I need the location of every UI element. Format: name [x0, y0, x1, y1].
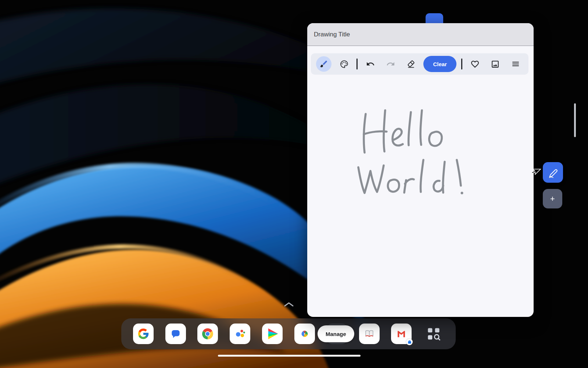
image-icon: [491, 60, 500, 69]
drawing-app-window: Drawing Title: [307, 23, 534, 317]
undo-icon: [366, 60, 375, 68]
stylus-tools-button[interactable]: [543, 162, 563, 183]
assistant-icon: [234, 328, 246, 340]
dock-app-play-store[interactable]: [262, 324, 283, 344]
heart-icon: [470, 60, 480, 69]
insert-image-button[interactable]: [488, 56, 503, 72]
overflow-menu-button[interactable]: [508, 56, 523, 72]
dock-app-assistant[interactable]: [230, 324, 250, 344]
clear-button[interactable]: Clear: [423, 56, 456, 72]
briefcase-icon: [408, 340, 412, 344]
dock-app-messages[interactable]: [165, 324, 186, 344]
manage-button[interactable]: Manage: [318, 325, 354, 342]
taskbar-dock: Manage: [121, 318, 456, 349]
gesture-navigation-bar[interactable]: [218, 355, 361, 357]
favorite-button[interactable]: [467, 56, 483, 72]
window-titlebar[interactable]: Drawing Title: [307, 23, 534, 46]
google-logo-icon: [137, 328, 150, 340]
drawing-canvas[interactable]: [307, 75, 534, 317]
undo-button[interactable]: [363, 56, 378, 72]
dock-app-drawer[interactable]: [423, 324, 444, 344]
brush-icon: [319, 60, 328, 68]
pen-icon: [547, 166, 559, 179]
chevron-up-icon: [284, 301, 294, 307]
dock-app-photos[interactable]: [294, 324, 315, 344]
dock-expand-button[interactable]: [284, 301, 294, 308]
gmail-icon: [395, 328, 408, 340]
palette-icon: [340, 60, 349, 69]
messages-icon: [169, 328, 182, 340]
scroll-indicator: [574, 103, 576, 137]
book-icon: [363, 328, 376, 340]
plus-icon: +: [550, 194, 555, 204]
dock-app-google[interactable]: [133, 324, 154, 344]
drawing-toolbar: Clear: [311, 53, 528, 75]
eraser-button[interactable]: [403, 56, 419, 72]
window-title: Drawing Title: [314, 31, 350, 38]
work-profile-badge: [406, 339, 413, 345]
toolbar-divider: [461, 58, 462, 69]
chrome-icon: [201, 327, 214, 340]
play-store-icon: [268, 328, 278, 339]
toolbar-divider: [356, 58, 358, 69]
photos-icon: [298, 328, 311, 340]
desktop: Drawing Title: [0, 0, 588, 368]
app-drawer-search-icon: [426, 326, 442, 342]
dock-app-play-books[interactable]: [359, 324, 380, 344]
eraser-icon: [406, 60, 416, 69]
dock-app-gmail[interactable]: [391, 324, 412, 344]
brush-tool-button[interactable]: [316, 56, 331, 72]
dock-app-chrome[interactable]: [197, 324, 218, 344]
redo-icon: [386, 60, 395, 68]
add-note-button[interactable]: +: [543, 189, 562, 208]
hamburger-menu-icon: [511, 60, 520, 68]
color-palette-button[interactable]: [336, 56, 352, 72]
redo-button[interactable]: [383, 56, 398, 72]
